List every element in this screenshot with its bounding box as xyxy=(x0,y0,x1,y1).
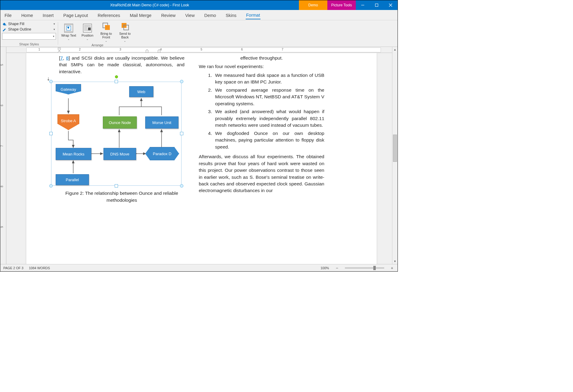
wrap-text-button[interactable]: Wrap Text ⌄ xyxy=(60,23,77,41)
tab-format[interactable]: Format xyxy=(246,11,261,19)
shape-outline-button[interactable]: Shape Outline ▾ xyxy=(2,27,55,32)
vruler-num: 6 xyxy=(0,105,4,106)
scroll-track[interactable] xyxy=(392,52,398,259)
tab-review[interactable]: Review xyxy=(161,11,176,19)
svg-marker-22 xyxy=(146,49,149,53)
hruler-num: 2 xyxy=(79,48,81,51)
vertical-ruler[interactable]: 5 6 7 8 9 xyxy=(0,47,6,264)
hruler-num: 5 xyxy=(201,48,202,51)
resize-handle-n[interactable] xyxy=(115,80,118,83)
left-indent-marker-col2[interactable] xyxy=(158,47,161,53)
hruler-num: 3 xyxy=(120,48,121,51)
tab-page-layout[interactable]: Page Layout xyxy=(63,11,88,19)
tab-mail-merge[interactable]: Mail Merge xyxy=(129,11,152,19)
wrap-text-icon xyxy=(64,23,74,33)
list-item: We compared average response time on the… xyxy=(213,87,324,107)
shape-fill-label: Shape Fill xyxy=(8,22,24,26)
list-item: We measured hard disk space as a functio… xyxy=(213,72,324,86)
tab-context-demo[interactable]: Demo xyxy=(299,0,327,10)
chevron-down-icon: ⌄ xyxy=(67,38,70,41)
send-to-back-button[interactable]: Send to Back ⌄ xyxy=(116,21,134,43)
tab-skins[interactable]: Skins xyxy=(225,11,237,19)
pen-icon xyxy=(2,27,6,31)
tab-insert[interactable]: Insert xyxy=(42,11,54,19)
list-item: We dogfooded Ounce on our own desktop ma… xyxy=(213,130,324,150)
node-dns: DNS Move xyxy=(103,148,136,160)
ribbon-group-shape-styles: Shape Fill ▾ Shape Outline ▾ ▾ Shape Sty… xyxy=(0,20,58,47)
node-label: Web xyxy=(137,90,146,94)
tab-file[interactable]: File xyxy=(4,11,12,19)
zoom-in-button[interactable]: + xyxy=(390,266,395,270)
picture-tools-label: Picture Tools xyxy=(331,3,352,7)
vertical-scrollbar[interactable]: ▲ ▼ xyxy=(392,47,398,264)
tab-references[interactable]: References xyxy=(97,11,121,19)
ribbon: Shape Fill ▾ Shape Outline ▾ ▾ Shape Sty… xyxy=(0,20,398,47)
position-label: Position xyxy=(81,34,93,37)
rotate-handle[interactable] xyxy=(115,75,118,78)
paint-bucket-icon xyxy=(2,22,6,26)
maximize-button[interactable] xyxy=(370,0,384,10)
node-label: Mean Rocks xyxy=(63,152,84,156)
resize-handle-w[interactable] xyxy=(49,132,53,135)
svg-rect-15 xyxy=(88,28,91,30)
vruler-num: 5 xyxy=(0,64,4,66)
minimize-button[interactable] xyxy=(356,0,370,10)
node-label: DNS Move xyxy=(110,152,129,156)
afterwards-paragraph: Afterwards, we discuss all four experime… xyxy=(199,153,324,194)
resize-handle-ne[interactable] xyxy=(180,80,183,83)
bring-to-front-button[interactable]: Bring to Front ⌄ xyxy=(97,21,115,43)
zoom-slider[interactable] xyxy=(345,267,384,269)
resize-handle-sw[interactable] xyxy=(49,184,53,188)
resize-handle-s[interactable] xyxy=(115,184,118,188)
svg-marker-21 xyxy=(58,51,61,53)
document-canvas[interactable]: [7, 8] and SCSI disks are usually incomp… xyxy=(6,53,398,264)
link-ref-7[interactable]: 7 xyxy=(60,55,63,60)
text: ] and SCSI disks are usually incompatibl… xyxy=(59,55,185,74)
resize-handle-e[interactable] xyxy=(180,132,183,135)
close-button[interactable] xyxy=(384,0,398,10)
title-area: XtraRichEdit Main Demo (C# code) - First… xyxy=(0,0,299,10)
horizontal-ruler[interactable]: 1 2 3 4 5 6 7 xyxy=(6,47,398,53)
resize-handle-se[interactable] xyxy=(180,184,183,188)
chevron-down-icon: ⌄ xyxy=(105,40,107,43)
node-ounce: Ounce Node xyxy=(103,116,137,129)
page: [7, 8] and SCSI disks are usually incomp… xyxy=(26,53,377,264)
vruler-num: 9 xyxy=(0,226,4,228)
hruler-num: 7 xyxy=(282,48,283,51)
hruler-num: 6 xyxy=(241,48,243,51)
right-indent-marker[interactable] xyxy=(146,47,149,53)
window-title: XtraRichEdit Main Demo (C# code) - First… xyxy=(110,3,189,7)
indent-marker[interactable] xyxy=(58,47,61,53)
position-icon xyxy=(83,23,92,33)
vruler-num: 8 xyxy=(0,186,4,188)
scroll-down-button[interactable]: ▼ xyxy=(392,259,398,264)
node-parallel: Parallel xyxy=(56,174,89,185)
page-indicator[interactable]: PAGE 2 OF 3 xyxy=(3,266,23,270)
diagram-selection[interactable]: ⇣ xyxy=(49,80,184,188)
shape-styles-group-label: Shape Styles xyxy=(2,42,56,47)
word-count[interactable]: 1084 WORDS xyxy=(29,266,50,270)
node-mean-rocks: Mean Rocks xyxy=(56,148,91,160)
tab-context-picture-tools[interactable]: Picture Tools xyxy=(327,0,356,10)
zoom-out-button[interactable]: − xyxy=(335,266,339,270)
shape-style-select[interactable]: ▾ xyxy=(2,33,56,40)
zoom-percent[interactable]: 100% xyxy=(320,266,329,270)
list-item: We asked (and answered) what would happe… xyxy=(213,108,324,129)
maximize-icon xyxy=(375,3,378,7)
tab-home[interactable]: Home xyxy=(21,11,34,19)
link-ref-8[interactable]: 8 xyxy=(66,55,69,60)
chevron-down-icon: ▾ xyxy=(54,22,55,25)
position-button[interactable]: Position ⌄ xyxy=(79,23,96,41)
tab-demo[interactable]: Demo xyxy=(204,11,217,19)
scroll-thumb[interactable] xyxy=(393,135,397,162)
node-label: Paradox D xyxy=(153,152,171,156)
scroll-up-button[interactable]: ▲ xyxy=(392,47,398,52)
wrap-text-label: Wrap Text xyxy=(61,34,76,37)
resize-handle-nw[interactable] xyxy=(49,80,53,83)
tab-view[interactable]: View xyxy=(185,11,195,19)
svg-marker-20 xyxy=(58,48,61,51)
zoom-thumb[interactable] xyxy=(373,266,376,270)
chevron-down-icon: ▾ xyxy=(54,28,55,31)
shape-fill-button[interactable]: Shape Fill ▾ xyxy=(2,21,55,26)
chevron-down-icon: ⌄ xyxy=(86,38,89,41)
